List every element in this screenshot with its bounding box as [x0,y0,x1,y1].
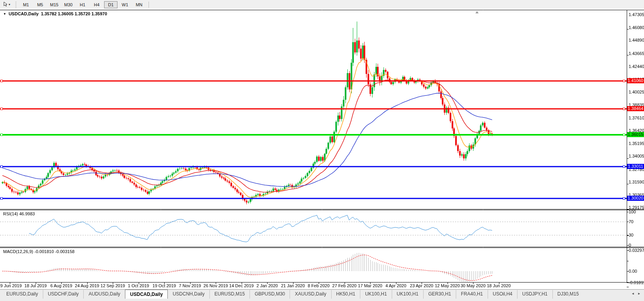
tab-uk100-h1[interactable]: UK100,H1 [392,290,423,299]
tab-gbpusd-m30[interactable]: GBPUSD,M30 [250,290,290,299]
tab-eurusd-m15[interactable]: EURUSD,M15 [209,290,250,299]
price-line-badge: 1.41060 [627,78,644,83]
price-axis-tick: 1.46080 [629,25,644,30]
pointer-tool-icon [3,1,8,8]
macd-axis-tick: -0.018154 [629,280,644,285]
chevron-down-icon[interactable]: ▾ [9,3,10,6]
rsi-axis-tick: 30 [629,233,633,237]
date-axis-tick: 17 Mar 2020 [358,283,382,288]
tab-scroll-right-icon[interactable]: ▸ [638,291,642,295]
tab-xauusd-daily[interactable]: XAUUSD,Daily [290,290,331,299]
price-axis-tick: 1.47305 [629,12,644,17]
macd-axis-tick: 0.00 [629,269,637,273]
timeframe-button-H4[interactable]: H4 [90,1,103,8]
timeframe-button-D1[interactable]: D1 [104,1,117,8]
price-axis-tick: 1.44890 [629,38,644,42]
chart-title-overlay: ▼ USDCAD,Daily 1.35782 1.36005 1.35720 1… [3,11,107,16]
price-axis-tick: 1.37610 [629,116,644,120]
tab-dj30-m15[interactable]: DJ30,M15 [552,290,584,299]
date-axis-tick: 26 Nov 2019 [204,283,228,288]
tab-hk50-h1[interactable]: HK50,H1 [331,290,360,299]
timeframe-toolbar: M1M5M15M30H1H4D1W1MN [19,0,146,9]
date-axis-tick: 29 Jun 2019 [0,283,22,288]
date-axis-tick: 18 Jul 2019 [24,283,47,288]
price-axis-tick: 1.31590 [629,180,644,184]
tab-usdchf-daily[interactable]: USDCHF,Daily [43,290,84,299]
tab-usdcnh-daily[interactable]: USDCNH,Daily [168,290,209,299]
tab-usdjpy-h1[interactable]: USDJPY,H1 [517,290,552,299]
toolbar-separator [149,2,149,8]
date-axis-tick: 2 Jan 2020 [257,283,278,288]
date-axis-tick: 12 May 2020 [435,283,460,288]
macd-indicator-label: MACD(12,26,9) -0.001810 -0.003158 [3,249,75,254]
timeframe-button-M15[interactable]: M15 [48,1,61,8]
price-line-badge: 1.36015 [627,132,644,137]
chart-symbol-title: USDCAD,Daily [9,11,39,16]
chart-ohlc-values: 1.35782 1.36005 1.35720 1.35970 [41,11,107,16]
date-axis-tick: 18 Jun 2020 [487,283,511,288]
chart-region: ▼ USDCAD,Daily 1.35782 1.36005 1.35720 1… [0,9,644,289]
price-axis-tick: 1.34005 [629,154,644,158]
chart-canvas[interactable] [0,9,644,289]
date-axis-tick: 27 Feb 2020 [332,283,357,288]
timeframe-button-MN[interactable]: MN [132,1,146,8]
timeframe-button-M1[interactable]: M1 [19,1,33,8]
date-axis-tick: 23 Apr 2020 [410,283,433,288]
price-line-badge: 1.38464 [627,106,644,111]
chart-tabs: EURUSD,DailyUSDCHF,DailyAUDUSD,DailyUSDC… [2,290,583,299]
tab-scroll-left-icon[interactable]: ◂ [632,291,635,295]
timeframe-button-H1[interactable]: H1 [76,1,89,8]
date-axis-tick: 4 Apr 2020 [385,283,406,288]
date-axis-tick: 1 Oct 2019 [128,283,149,288]
top-toolbar: ▾ M1M5M15M30H1H4D1W1MN [0,0,644,9]
tab-uk100-h1[interactable]: UK100,H1 [360,290,391,299]
tab-scroll-nav: ◂ ▸ [632,291,642,295]
price-axis-tick: 1.42440 [629,64,644,69]
price-axis-tick: 1.35195 [629,141,644,146]
macd-axis-tick: 0.032972 [629,248,644,253]
date-axis-tick: 7 Nov 2019 [179,283,201,288]
rsi-axis-tick: 100 [629,209,636,214]
timeframe-button-M30[interactable]: M30 [62,1,75,8]
tab-fra40-h1[interactable]: FRA40,H1 [456,290,488,299]
chart-tab-bar: EURUSD,DailyUSDCHF,DailyAUDUSD,DailyUSDC… [0,289,644,301]
timeframe-button-M5[interactable]: M5 [33,1,47,8]
date-axis-tick: 24 Aug 2019 [75,283,99,288]
rsi-axis-tick: 0 [629,243,631,248]
date-axis-tick: 12 Sep 2019 [101,283,125,288]
date-axis-tick: 21 Jan 2020 [281,283,305,288]
tab-eurusd-daily[interactable]: EURUSD,Daily [2,290,43,299]
chart-collapse-icon[interactable]: ▼ [3,12,6,16]
tab-audusd-daily[interactable]: AUDUSD,Daily [83,290,125,299]
price-axis-tick: 1.40025 [629,90,644,94]
date-axis-tick: 19 Oct 2019 [152,283,176,288]
toolbar-grip-handle[interactable] [15,2,17,8]
date-axis-tick: 6 Aug 2019 [50,283,72,288]
timeframe-button-W1[interactable]: W1 [118,1,132,8]
date-axis-tick: 8 Feb 2020 [308,283,330,288]
price-line-badge: 1.30020 [627,196,644,201]
tab-ger30-h1[interactable]: GER30,H1 [423,290,456,299]
tab-usoil-h4[interactable]: USOil,H4 [488,290,517,299]
date-axis-tick: 14 Dec 2019 [229,283,253,288]
price-axis-tick: 1.43665 [629,51,644,56]
tab-usdcad-daily[interactable]: USDCAD,Daily [125,290,168,299]
date-axis-tick: 30 May 2020 [461,283,486,288]
rsi-axis-tick: 70 [629,219,633,224]
price-line-badge: 1.33011 [627,164,644,169]
pointer-tool-button[interactable]: ▾ [1,0,12,9]
rsi-indicator-label: RSI(14) 46.9983 [3,211,35,216]
